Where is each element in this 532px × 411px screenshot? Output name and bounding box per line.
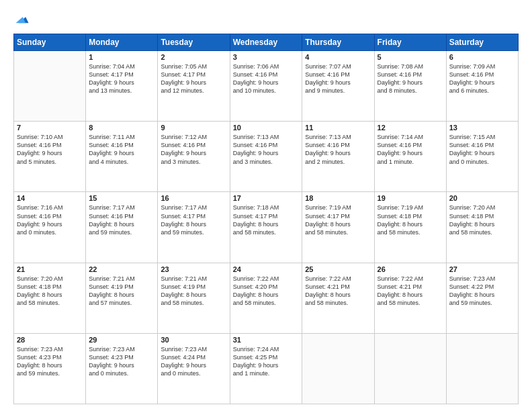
calendar-cell: 8Sunrise: 7:11 AM Sunset: 4:16 PM Daylig… [86,122,158,192]
cell-info: Sunrise: 7:11 AM Sunset: 4:16 PM Dayligh… [89,133,154,166]
calendar-cell: 25Sunrise: 7:22 AM Sunset: 4:21 PM Dayli… [302,263,374,333]
calendar-cell: 2Sunrise: 7:05 AM Sunset: 4:17 PM Daylig… [158,51,230,122]
col-header-friday: Friday [374,34,446,51]
calendar-cell: 27Sunrise: 7:23 AM Sunset: 4:22 PM Dayli… [446,263,518,333]
calendar-cell: 28Sunrise: 7:23 AM Sunset: 4:23 PM Dayli… [14,333,86,404]
calendar-cell: 19Sunrise: 7:19 AM Sunset: 4:18 PM Dayli… [374,192,446,263]
day-number: 20 [449,194,515,202]
cell-info: Sunrise: 7:22 AM Sunset: 4:21 PM Dayligh… [378,275,443,308]
cell-info: Sunrise: 7:13 AM Sunset: 4:16 PM Dayligh… [233,133,300,166]
cell-info: Sunrise: 7:13 AM Sunset: 4:16 PM Dayligh… [305,133,371,166]
day-number: 29 [89,336,154,344]
day-number: 24 [233,265,300,273]
cell-info: Sunrise: 7:09 AM Sunset: 4:16 PM Dayligh… [449,62,515,95]
day-number: 16 [161,194,226,202]
day-number: 13 [449,124,515,132]
col-header-saturday: Saturday [446,34,518,51]
calendar-cell: 14Sunrise: 7:16 AM Sunset: 4:16 PM Dayli… [14,192,86,263]
day-number: 19 [378,194,443,202]
col-header-thursday: Thursday [302,34,374,51]
day-number: 11 [305,124,371,132]
logo [13,12,30,28]
cell-info: Sunrise: 7:21 AM Sunset: 4:19 PM Dayligh… [89,275,154,308]
day-number: 15 [89,194,154,202]
cell-info: Sunrise: 7:23 AM Sunset: 4:23 PM Dayligh… [17,345,83,378]
calendar-cell: 20Sunrise: 7:20 AM Sunset: 4:18 PM Dayli… [446,192,518,263]
svg-marker-1 [15,17,26,23]
cell-info: Sunrise: 7:06 AM Sunset: 4:16 PM Dayligh… [233,62,300,95]
calendar-cell: 9Sunrise: 7:12 AM Sunset: 4:16 PM Daylig… [158,122,230,192]
calendar-cell: 4Sunrise: 7:07 AM Sunset: 4:16 PM Daylig… [302,51,374,122]
calendar-cell: 6Sunrise: 7:09 AM Sunset: 4:16 PM Daylig… [446,51,518,122]
calendar-cell: 22Sunrise: 7:21 AM Sunset: 4:19 PM Dayli… [86,263,158,333]
day-number: 12 [378,124,443,132]
day-number: 14 [17,194,83,202]
cell-info: Sunrise: 7:12 AM Sunset: 4:16 PM Dayligh… [161,133,226,166]
day-number: 3 [233,53,300,61]
calendar-cell: 26Sunrise: 7:22 AM Sunset: 4:21 PM Dayli… [374,263,446,333]
cell-info: Sunrise: 7:19 AM Sunset: 4:18 PM Dayligh… [378,203,443,236]
cell-info: Sunrise: 7:21 AM Sunset: 4:19 PM Dayligh… [161,275,226,308]
calendar-cell: 1Sunrise: 7:04 AM Sunset: 4:17 PM Daylig… [86,51,158,122]
day-number: 10 [233,124,300,132]
col-header-tuesday: Tuesday [158,34,230,51]
cell-info: Sunrise: 7:04 AM Sunset: 4:17 PM Dayligh… [89,62,154,95]
calendar-cell: 13Sunrise: 7:15 AM Sunset: 4:16 PM Dayli… [446,122,518,192]
day-number: 23 [161,265,226,273]
cell-info: Sunrise: 7:18 AM Sunset: 4:17 PM Dayligh… [233,203,300,236]
calendar-week-2: 7Sunrise: 7:10 AM Sunset: 4:16 PM Daylig… [14,122,519,192]
calendar-cell [302,333,374,404]
cell-info: Sunrise: 7:23 AM Sunset: 4:23 PM Dayligh… [89,345,154,378]
day-number: 8 [89,124,154,132]
calendar-header-row: SundayMondayTuesdayWednesdayThursdayFrid… [14,34,519,51]
calendar-week-4: 21Sunrise: 7:20 AM Sunset: 4:18 PM Dayli… [14,263,519,333]
calendar-table: SundayMondayTuesdayWednesdayThursdayFrid… [13,34,519,404]
calendar-cell: 31Sunrise: 7:24 AM Sunset: 4:25 PM Dayli… [230,333,302,404]
cell-info: Sunrise: 7:14 AM Sunset: 4:16 PM Dayligh… [378,133,443,166]
cell-info: Sunrise: 7:23 AM Sunset: 4:24 PM Dayligh… [161,345,226,378]
calendar-cell: 11Sunrise: 7:13 AM Sunset: 4:16 PM Dayli… [302,122,374,192]
cell-info: Sunrise: 7:20 AM Sunset: 4:18 PM Dayligh… [17,275,83,308]
cell-info: Sunrise: 7:08 AM Sunset: 4:16 PM Dayligh… [378,62,443,95]
day-number: 25 [305,265,371,273]
cell-info: Sunrise: 7:19 AM Sunset: 4:17 PM Dayligh… [305,203,371,236]
day-number: 21 [17,265,83,273]
day-number: 27 [449,265,515,273]
day-number: 4 [305,53,371,61]
day-number: 1 [89,53,154,61]
cell-info: Sunrise: 7:07 AM Sunset: 4:16 PM Dayligh… [305,62,371,95]
calendar-cell: 7Sunrise: 7:10 AM Sunset: 4:16 PM Daylig… [14,122,86,192]
calendar-cell: 5Sunrise: 7:08 AM Sunset: 4:16 PM Daylig… [374,51,446,122]
day-number: 6 [449,53,515,61]
calendar-cell [446,333,518,404]
cell-info: Sunrise: 7:05 AM Sunset: 4:17 PM Dayligh… [161,62,226,95]
day-number: 26 [378,265,443,273]
day-number: 2 [161,53,226,61]
cell-info: Sunrise: 7:10 AM Sunset: 4:16 PM Dayligh… [17,133,83,166]
calendar-week-3: 14Sunrise: 7:16 AM Sunset: 4:16 PM Dayli… [14,192,519,263]
calendar-cell [14,51,86,122]
calendar-cell: 3Sunrise: 7:06 AM Sunset: 4:16 PM Daylig… [230,51,302,122]
day-number: 18 [305,194,371,202]
cell-info: Sunrise: 7:24 AM Sunset: 4:25 PM Dayligh… [233,345,300,378]
calendar-cell: 15Sunrise: 7:17 AM Sunset: 4:16 PM Dayli… [86,192,158,263]
calendar-cell: 29Sunrise: 7:23 AM Sunset: 4:23 PM Dayli… [86,333,158,404]
header [13,12,519,28]
cell-info: Sunrise: 7:17 AM Sunset: 4:16 PM Dayligh… [89,203,154,236]
calendar-cell: 30Sunrise: 7:23 AM Sunset: 4:24 PM Dayli… [158,333,230,404]
col-header-monday: Monday [86,34,158,51]
calendar-cell: 24Sunrise: 7:22 AM Sunset: 4:20 PM Dayli… [230,263,302,333]
cell-info: Sunrise: 7:17 AM Sunset: 4:17 PM Dayligh… [161,203,226,236]
day-number: 22 [89,265,154,273]
calendar-cell: 16Sunrise: 7:17 AM Sunset: 4:17 PM Dayli… [158,192,230,263]
calendar-cell: 18Sunrise: 7:19 AM Sunset: 4:17 PM Dayli… [302,192,374,263]
day-number: 30 [161,336,226,344]
day-number: 5 [378,53,443,61]
day-number: 9 [161,124,226,132]
calendar-cell: 17Sunrise: 7:18 AM Sunset: 4:17 PM Dayli… [230,192,302,263]
day-number: 17 [233,194,300,202]
col-header-wednesday: Wednesday [230,34,302,51]
cell-info: Sunrise: 7:16 AM Sunset: 4:16 PM Dayligh… [17,203,83,236]
cell-info: Sunrise: 7:20 AM Sunset: 4:18 PM Dayligh… [449,203,515,236]
cell-info: Sunrise: 7:15 AM Sunset: 4:16 PM Dayligh… [449,133,515,166]
